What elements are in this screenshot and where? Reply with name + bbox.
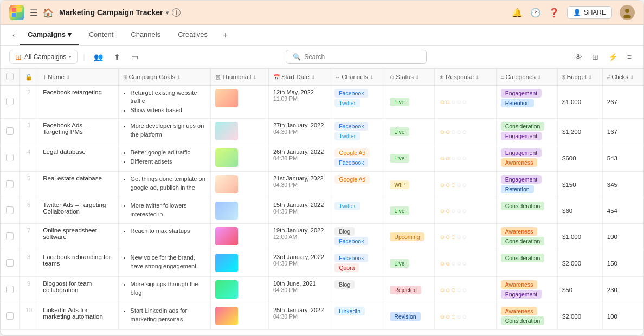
campaign-goals: Better google ad trafficDifferent adsets [118, 145, 210, 172]
campaign-name: Real estate database [38, 172, 118, 198]
tabs-bar: ‹ Campaigns ▾ Content Channels Creatives… [1, 25, 643, 46]
row-check[interactable] [1, 303, 20, 330]
tabs-chevron-icon[interactable]: ‹ [9, 27, 18, 43]
campaign-budget: $60 [557, 198, 602, 224]
view-icon[interactable]: ▭ [128, 50, 141, 63]
row-check[interactable] [1, 198, 20, 224]
campaign-channels: BlogFacebook [330, 224, 385, 250]
campaign-categories: Consideration [496, 198, 557, 224]
campaign-categories: EngagementRetention [496, 86, 557, 119]
row-check[interactable] [1, 119, 20, 145]
table-row: 8 Facebook rebranding for teams New voic… [1, 250, 643, 277]
campaign-channels: Blog [330, 277, 385, 303]
hamburger-icon[interactable]: ☰ [30, 8, 37, 18]
campaign-budget: $1,000 [557, 86, 602, 119]
help-icon[interactable]: ❓ [549, 8, 559, 18]
campaign-channels: Twitter [330, 198, 385, 224]
campaign-clicks: 230 [602, 277, 643, 303]
campaign-date: 10th June, 2021 04:30 PM [268, 277, 330, 303]
avatar[interactable] [620, 5, 635, 20]
add-tab-button[interactable]: + [217, 26, 233, 44]
campaign-clicks: 100 [602, 224, 643, 250]
row-num: 4 [20, 145, 38, 172]
row-check[interactable] [1, 250, 20, 277]
table-row: 6 Twitter Ads – Targeting Collaboration … [1, 198, 643, 224]
th-categories[interactable]: ≡Categories⬇ [496, 69, 557, 86]
row-num: 3 [20, 119, 38, 145]
campaign-categories: AwarenessConsideration [496, 303, 557, 330]
header-left: ☰ 🏠 Marketing Campaign Tracker ▾ i [9, 5, 181, 20]
campaign-categories: AwarenessConsideration [496, 224, 557, 250]
tab-channels[interactable]: Channels [123, 25, 168, 45]
all-campaigns-button[interactable]: ⊞ All Campaigns ▾ [9, 50, 78, 64]
campaign-name: LinkedIn Ads for marketing automation [38, 303, 118, 330]
th-status[interactable]: ⊙Status⬇ [385, 69, 435, 86]
campaign-status: Live [385, 86, 435, 119]
people-icon[interactable]: 👥 [91, 50, 106, 63]
sort-icon[interactable]: ⚡ [605, 50, 621, 63]
row-check[interactable] [1, 145, 20, 172]
campaign-date: 23rd January, 2022 04:30 PM [268, 250, 330, 277]
campaign-channels: Google Ad [330, 172, 385, 198]
th-clicks[interactable]: #Clicks⬇ [602, 69, 643, 86]
campaign-thumbnail [210, 303, 268, 330]
campaign-response: ☺☺☺☺☺ [435, 172, 496, 198]
row-check[interactable] [1, 224, 20, 250]
bell-icon[interactable]: 🔔 [512, 8, 523, 18]
campaign-categories: AwarenessEngagement [496, 277, 557, 303]
campaign-channels: LinkedIn [330, 303, 385, 330]
row-check[interactable] [1, 277, 20, 303]
share-button[interactable]: 👤 SHARE [567, 6, 612, 19]
tab-creatives[interactable]: Creatives [170, 25, 215, 45]
campaign-thumbnail [210, 119, 268, 145]
campaign-channels: FacebookTwitter [330, 86, 385, 119]
th-name[interactable]: TName⬇ [38, 69, 118, 86]
th-thumbnail[interactable]: 🖼Thumbnail⬇ [210, 69, 268, 86]
campaign-channels: FacebookQuora [330, 250, 385, 277]
campaign-clicks: 345 [602, 172, 643, 198]
campaign-channels: Google AdFacebook [330, 145, 385, 172]
campaign-goals: Retarget existing website trafficShow vi… [118, 86, 210, 119]
tab-campaigns[interactable]: Campaigns ▾ [20, 25, 79, 45]
campaign-name: Online spreadsheet software [38, 224, 118, 250]
header-right: 🔔 🕐 ❓ 👤 SHARE [512, 5, 635, 20]
filter-icon[interactable]: ⊞ [589, 50, 602, 63]
search-input[interactable] [304, 53, 420, 61]
campaign-goals: More signups through the blog [118, 277, 210, 303]
campaign-name: Facebook retargeting [38, 86, 118, 119]
title-chevron-icon[interactable]: ▾ [166, 10, 169, 16]
info-icon[interactable]: i [172, 8, 181, 17]
history-icon[interactable]: 🕐 [530, 8, 541, 18]
table-row: 3 Facebook Ads – Targeting PMs More deve… [1, 119, 643, 145]
campaign-categories: Consideration [496, 250, 557, 277]
campaign-budget: $600 [557, 145, 602, 172]
th-lock: 🔒 [20, 69, 38, 86]
export-icon[interactable]: ⬆ [111, 50, 124, 63]
campaign-status: Rejected [385, 277, 435, 303]
campaign-date: 26th January, 2022 04:30 PM [268, 145, 330, 172]
campaign-thumbnail [210, 198, 268, 224]
campaign-name: Facebook rebranding for teams [38, 250, 118, 277]
campaign-name: Legal database [38, 145, 118, 172]
campaign-response: ☺☺☺☺☺ [435, 86, 496, 119]
svg-point-1 [623, 15, 631, 18]
th-budget[interactable]: $Budget⬇ [557, 69, 602, 86]
row-check[interactable] [1, 86, 20, 119]
campaign-categories: ConsiderationEngagement [496, 119, 557, 145]
campaign-clicks: 454 [602, 198, 643, 224]
campaign-date: 15th January, 2022 04:30 PM [268, 198, 330, 224]
row-num: 8 [20, 250, 38, 277]
row-check[interactable] [1, 172, 20, 198]
th-channels[interactable]: ↔Channels⬇ [330, 69, 385, 86]
th-startdate[interactable]: 📅Start Date⬇ [268, 69, 330, 86]
campaign-response: ☺☺☺☺☺ [435, 250, 496, 277]
more-icon[interactable]: ≡ [624, 50, 635, 63]
tab-content[interactable]: Content [81, 25, 121, 45]
table-body: 2 Facebook retargeting Retarget existing… [1, 86, 643, 330]
campaign-goals: Reach to max startups [118, 224, 210, 250]
th-response[interactable]: ★Response⬇ [435, 69, 496, 86]
eye-icon[interactable]: 👁 [571, 50, 585, 63]
app-title: Marketing Campaign Tracker ▾ i [59, 8, 181, 17]
th-goals[interactable]: ⊞Campaign Goals⬇ [118, 69, 210, 86]
th-checkbox[interactable] [1, 69, 20, 86]
